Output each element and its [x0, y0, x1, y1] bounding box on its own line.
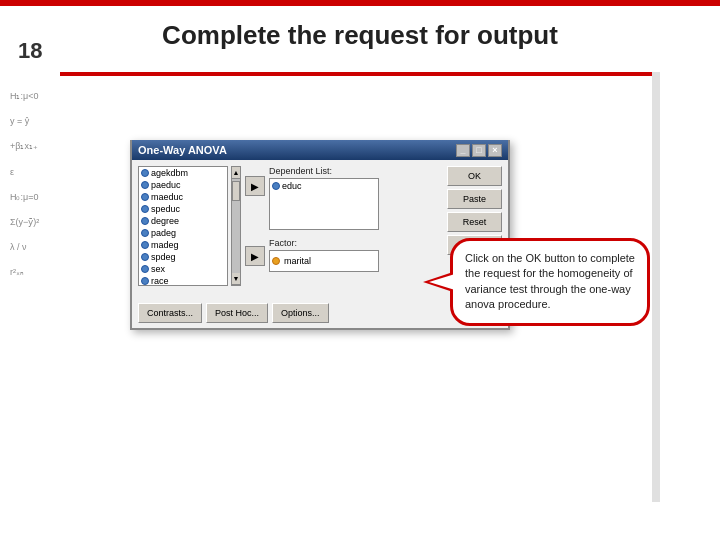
list-item[interactable]: padeg: [139, 227, 227, 239]
red-top-bar: [0, 0, 720, 6]
listbox-scrollbar[interactable]: ▲ ▼: [231, 166, 241, 286]
var-icon: [141, 169, 149, 177]
titlebar-buttons: _ □ ×: [456, 144, 502, 157]
list-item[interactable]: sex: [139, 263, 227, 275]
dialog-title: One-Way ANOVA: [138, 144, 227, 156]
page-title: Complete the request for output: [0, 20, 720, 51]
scroll-down-arrow[interactable]: ▼: [232, 273, 240, 285]
left-math-decoration: H₁:μ<0 y = ŷ +β₁x₁₊ ε H₀:μ=0 Σ(y−ȳ)² λ /…: [10, 90, 65, 279]
var-icon: [141, 229, 149, 237]
post-hoc-button[interactable]: Post Hoc...: [206, 303, 268, 323]
paste-button[interactable]: Paste: [447, 189, 502, 209]
factor-section: Factor: marital: [269, 238, 439, 272]
var-icon: [141, 205, 149, 213]
var-icon: [141, 193, 149, 201]
var-icon: [141, 217, 149, 225]
dependent-label: Dependent List:: [269, 166, 439, 176]
factor-listbox[interactable]: marital: [269, 250, 379, 272]
callout-text: Click on the OK button to complete the r…: [465, 252, 635, 310]
minimize-button[interactable]: _: [456, 144, 470, 157]
factor-arrow-button[interactable]: ▶: [245, 246, 265, 266]
list-item[interactable]: degree: [139, 215, 227, 227]
options-button[interactable]: Options...: [272, 303, 329, 323]
var-icon: [141, 253, 149, 261]
scroll-thumb[interactable]: [232, 181, 240, 201]
callout-bubble: Click on the OK button to complete the r…: [450, 238, 650, 326]
var-icon: [141, 265, 149, 273]
scroll-up-arrow[interactable]: ▲: [232, 167, 240, 179]
var-icon: [141, 181, 149, 189]
list-item[interactable]: paeduc: [139, 179, 227, 191]
dependent-listbox[interactable]: educ: [269, 178, 379, 230]
close-button[interactable]: ×: [488, 144, 502, 157]
var-icon: [141, 241, 149, 249]
list-item[interactable]: madeg: [139, 239, 227, 251]
variable-list-section: agekdbm paeduc maeduc speduc degree pade…: [138, 166, 241, 292]
list-item[interactable]: race: [139, 275, 227, 286]
var-icon: [141, 277, 149, 285]
list-item[interactable]: spdeg: [139, 251, 227, 263]
right-decorative-bar: [652, 72, 660, 502]
list-item[interactable]: agekdbm: [139, 167, 227, 179]
contrasts-button[interactable]: Contrasts...: [138, 303, 202, 323]
dep-arrow-button[interactable]: ▶: [245, 176, 265, 196]
factor-label: Factor:: [269, 238, 439, 248]
dep-var-icon: [272, 182, 280, 190]
dialog-titlebar: One-Way ANOVA _ □ ×: [132, 140, 508, 160]
factor-var-icon: [272, 257, 280, 265]
factor-value: marital: [284, 256, 311, 266]
dependent-value: educ: [282, 181, 302, 191]
middle-section: Dependent List: educ Factor: marital: [269, 166, 439, 292]
red-accent-bar: [60, 72, 660, 76]
maximize-button[interactable]: □: [472, 144, 486, 157]
reset-button[interactable]: Reset: [447, 212, 502, 232]
variable-listbox[interactable]: agekdbm paeduc maeduc speduc degree pade…: [138, 166, 228, 286]
list-item[interactable]: maeduc: [139, 191, 227, 203]
list-item[interactable]: speduc: [139, 203, 227, 215]
ok-button[interactable]: OK: [447, 166, 502, 186]
dependent-section: Dependent List: educ: [269, 166, 439, 230]
